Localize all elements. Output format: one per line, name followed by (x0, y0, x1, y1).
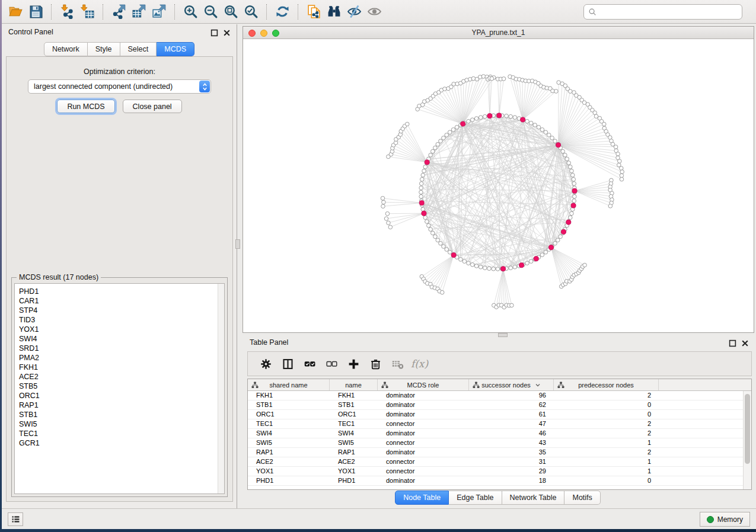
zoom-fit-icon (224, 4, 238, 19)
clear-column-selection-button[interactable] (321, 354, 343, 374)
mcds-node-item[interactable]: TEC1 (19, 429, 224, 438)
column-header-predecessor-nodes[interactable]: predecessor nodes (554, 379, 659, 390)
mcds-node-item[interactable]: CAR1 (19, 296, 224, 306)
mcds-node-item[interactable]: STP4 (19, 306, 224, 315)
table-panel: Table Panel f(x) shared namenameMCDS rol… (240, 335, 756, 508)
save-icon (28, 4, 43, 19)
zoom-in-button[interactable] (180, 2, 200, 21)
table-cell: 1 (554, 438, 659, 447)
table-row[interactable]: ACE2ACE2connector311 (248, 457, 751, 467)
select-all-columns-button[interactable] (299, 354, 321, 374)
export-image-button[interactable] (149, 2, 169, 21)
toggle-columns-button[interactable] (277, 354, 299, 374)
mcds-node-item[interactable]: ORC1 (19, 391, 224, 400)
import-network-button[interactable] (57, 2, 77, 21)
plus-icon (347, 358, 360, 370)
first-neighbors-button[interactable] (324, 2, 344, 21)
table-scrollbar-track[interactable] (743, 391, 751, 489)
table-row[interactable]: SWI4SWI4dominator462 (248, 429, 751, 438)
table-cell: 43 (469, 438, 554, 447)
apply-layout-button[interactable] (272, 2, 292, 21)
mcds-node-item[interactable]: PHD1 (19, 287, 224, 296)
table-cell: TEC1 (248, 419, 330, 428)
mcds-node-item[interactable]: STB5 (19, 382, 224, 391)
table-row[interactable]: TEC1TEC1connector472 (248, 419, 751, 429)
zoom-fit-button[interactable] (221, 2, 241, 21)
task-history-button[interactable] (8, 512, 23, 526)
tab-network-table[interactable]: Network Table (502, 491, 565, 505)
mcds-node-item[interactable]: SWI4 (19, 334, 224, 344)
new-network-from-selection-button[interactable] (304, 2, 324, 21)
search-input[interactable] (599, 6, 742, 18)
export-network-button[interactable] (109, 2, 129, 21)
table-row[interactable]: YOX1YOX1connector291 (248, 467, 751, 476)
run-mcds-button[interactable]: Run MCDS (57, 100, 114, 113)
import-table-button[interactable] (77, 2, 97, 21)
mcds-list-scrollbar[interactable] (218, 284, 224, 493)
mcds-node-item[interactable]: SWI5 (19, 419, 224, 429)
tab-node-table[interactable]: Node Table (395, 491, 449, 505)
table-row[interactable]: RAP1RAP1dominator352 (248, 448, 751, 457)
tab-network[interactable]: Network (44, 42, 88, 56)
open-file-button[interactable] (5, 2, 25, 21)
zoom-out-button[interactable] (200, 2, 221, 21)
close-table-panel-icon[interactable] (741, 339, 749, 347)
vertical-splitter-handle[interactable] (235, 239, 240, 249)
search-box[interactable] (583, 4, 742, 20)
table-cell: FKH1 (330, 391, 378, 400)
table-cell: 29 (469, 467, 554, 476)
table-cell: connector (378, 419, 469, 428)
table-scrollbar-thumb[interactable] (745, 394, 750, 464)
close-panel-icon[interactable] (223, 28, 231, 36)
mcds-node-item[interactable]: TID3 (19, 315, 224, 325)
tree-icon (251, 382, 259, 389)
table-cell: 0 (554, 410, 659, 419)
criterion-select[interactable]: largest connected component (undirected) (28, 79, 211, 94)
table-cell: 1 (554, 457, 659, 466)
float-panel-icon[interactable] (210, 28, 218, 36)
delete-table-icon (391, 358, 404, 370)
network-graph-canvas[interactable] (243, 39, 754, 332)
table-row[interactable]: ORC1ORC1dominator610 (248, 410, 751, 419)
tab-mcds[interactable]: MCDS (157, 42, 194, 56)
column-header-name[interactable]: name (330, 379, 378, 390)
mcds-node-item[interactable]: PMA2 (19, 353, 224, 363)
table-cell: 2 (554, 429, 659, 438)
column-label: MCDS role (407, 382, 439, 389)
column-header-MCDS-role[interactable]: MCDS role (378, 379, 469, 390)
mcds-result-group: MCDS result (17 nodes) PHD1CAR1STP4TID3Y… (11, 277, 228, 497)
float-table-panel-icon[interactable] (729, 339, 736, 347)
tab-style[interactable]: Style (88, 42, 120, 56)
mcds-node-item[interactable]: FKH1 (19, 363, 224, 372)
tab-motifs[interactable]: Motifs (564, 491, 600, 505)
mcds-node-item[interactable]: SRD1 (19, 344, 224, 353)
table-row[interactable]: STB1STB1dominator620 (248, 400, 751, 410)
tab-edge-table[interactable]: Edge Table (449, 491, 502, 505)
table-settings-button[interactable] (255, 354, 277, 374)
table-cell: dominator (378, 391, 469, 400)
mcds-node-item[interactable]: STB1 (19, 410, 224, 419)
delete-column-button[interactable] (365, 354, 387, 374)
mcds-node-item[interactable]: YOX1 (19, 325, 224, 334)
table-row[interactable]: SWI5SWI5connector431 (248, 438, 751, 448)
mcds-node-item[interactable]: GCR1 (19, 438, 224, 448)
tab-select[interactable]: Select (120, 42, 157, 56)
save-session-button[interactable] (25, 2, 46, 21)
mcds-node-item[interactable]: ACE2 (19, 372, 224, 382)
horizontal-splitter-handle[interactable] (498, 333, 508, 337)
zoom-selected-button[interactable] (241, 2, 261, 21)
memory-status-icon (707, 516, 714, 523)
add-column-button[interactable] (343, 354, 365, 374)
import-network-icon (60, 4, 75, 19)
column-header-successor-nodes[interactable]: successor nodes (469, 379, 554, 390)
table-row[interactable]: PHD1PHD1dominator180 (248, 476, 751, 486)
export-table-icon (132, 4, 146, 19)
export-table-button[interactable] (129, 2, 149, 21)
table-row[interactable]: FKH1FKH1dominator962 (248, 391, 751, 400)
column-header-shared-name[interactable]: shared name (248, 379, 330, 390)
mcds-node-item[interactable]: RAP1 (19, 400, 224, 410)
hide-selected-button[interactable] (344, 2, 364, 21)
columns-icon (282, 358, 294, 370)
memory-button[interactable]: Memory (700, 512, 750, 527)
close-panel-button[interactable]: Close panel (123, 100, 182, 113)
